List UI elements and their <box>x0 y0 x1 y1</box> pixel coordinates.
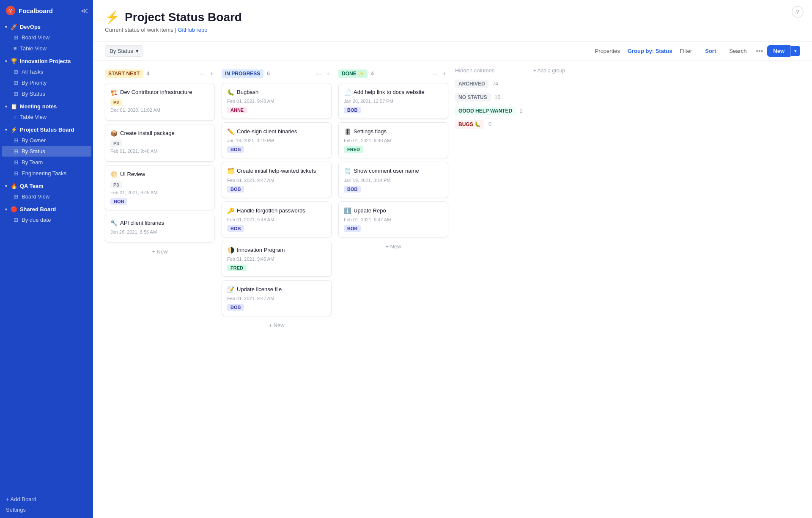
sidebar-group-header-devops[interactable]: ▼🚀DevOps <box>0 21 93 32</box>
column-more-button[interactable]: ··· <box>431 69 440 78</box>
column-add-button[interactable]: + <box>208 69 215 78</box>
card-c5[interactable]: 🐛 Bugbash Feb 01, 2021, 9:48 AMANNE <box>222 83 332 119</box>
column-more-button[interactable]: ··· <box>198 69 206 78</box>
sidebar-item-by-priority[interactable]: ⊞By Priority <box>2 77 91 88</box>
sidebar-item-table-view-meeting[interactable]: ≡Table View <box>2 112 91 122</box>
card-c3[interactable]: 🌕 UI Review P3Feb 01, 2021, 9:45 AMBOB <box>105 165 215 210</box>
card-title-row: 🌕 UI Review <box>110 171 209 178</box>
help-icon[interactable]: ? <box>792 6 804 18</box>
new-button[interactable]: New <box>767 45 790 57</box>
card-c13[interactable]: 🗒️ Show comment user name Jan 19, 2021, … <box>338 162 448 198</box>
sidebar-item-table-view-devops[interactable]: ≡Table View <box>2 43 91 54</box>
sort-button[interactable]: Sort <box>700 45 721 57</box>
sidebar-group-header-project-status[interactable]: ▼⚡Project Status Board <box>0 124 93 135</box>
settings-button[interactable]: Settings <box>0 504 93 515</box>
card-assignee: BOB <box>344 225 361 232</box>
sidebar-group-innovation: ▼🏆Innovation Projects⊞All Tasks⊞By Prior… <box>0 55 93 99</box>
card-title-row: ℹ️ Update Repo <box>344 207 443 215</box>
sidebar-item-by-owner[interactable]: ⊞By Owner <box>2 135 91 146</box>
card-c1[interactable]: 🏗️ Dev Contributor infrastructure P2Dec … <box>105 83 215 121</box>
card-title: Create install package <box>120 130 175 137</box>
view-selector[interactable]: By Status ▾ <box>105 45 143 57</box>
card-c7[interactable]: 🗂️ Create initial help-wanted tickets Fe… <box>222 162 332 198</box>
card-c9[interactable]: 🌗 Innovation Program Feb 01, 2021, 9:46 … <box>222 241 332 277</box>
card-date: Feb 01, 2021, 9:48 AM <box>227 217 326 222</box>
sidebar-groups: ▼🚀DevOps⊞Board View≡Table View▼🏆Innovati… <box>0 19 93 226</box>
sidebar-item-label: All Tasks <box>22 69 43 75</box>
card-date: Feb 01, 2021, 9:47 AM <box>344 217 443 222</box>
card-assignee: FRED <box>344 146 363 153</box>
card-title: Show comment user name <box>354 167 419 175</box>
card-emoji: 🔧 <box>110 220 118 226</box>
sidebar-header: 🎯 Focalboard ≪ <box>0 0 93 19</box>
card-date: Jan 26, 2021, 8:56 AM <box>110 229 209 234</box>
add-new-button-in-progress[interactable]: + New <box>222 320 332 331</box>
card-emoji: 🗒️ <box>344 168 351 174</box>
group-label: Project Status Board <box>20 127 74 133</box>
card-title: Dev Contributor infrastructure <box>120 88 192 96</box>
sidebar-item-by-status-project[interactable]: ⊞By Status <box>2 146 91 157</box>
sidebar-group-header-innovation[interactable]: ▼🏆Innovation Projects <box>0 55 93 66</box>
add-new-button-done[interactable]: + New <box>338 241 448 252</box>
sidebar-item-by-status-innovation[interactable]: ⊞By Status <box>2 88 91 99</box>
sidebar-group-header-shared-board[interactable]: ▼🔴Shared Board <box>0 204 93 214</box>
hidden-col-count: 74 <box>493 81 498 87</box>
sidebar-item-engineering-tasks[interactable]: ⊞Engineering Tasks <box>2 168 91 179</box>
card-emoji: 🎚️ <box>344 128 351 135</box>
card-c2[interactable]: 📦 Create install package P3Feb 01, 2021,… <box>105 124 215 162</box>
add-new-button-start-next[interactable]: + New <box>105 246 215 257</box>
sidebar-item-by-due-date[interactable]: ⊞By due date <box>2 215 91 225</box>
add-group-button[interactable]: + Add a group <box>533 68 565 74</box>
card-c14[interactable]: ℹ️ Update Repo Feb 01, 2021, 9:47 AMBOB <box>338 201 448 237</box>
card-title-row: 📝 Update license file <box>227 286 326 293</box>
sidebar-item-label: By Team <box>22 159 43 165</box>
sidebar-item-board-view-qa[interactable]: ⊞Board View <box>2 191 91 202</box>
column-more-button[interactable]: ··· <box>314 69 323 78</box>
card-c4[interactable]: 🔧 API client libraries Jan 26, 2021, 8:5… <box>105 214 215 242</box>
card-title-row: 🗂️ Create initial help-wanted tickets <box>227 167 326 175</box>
board-column-done: DONE ✨ 4 ··· + 📄 Add help link to docs w… <box>338 67 448 252</box>
new-button-group: New ▾ <box>767 45 800 57</box>
sidebar-collapse-button[interactable]: ≪ <box>81 7 88 15</box>
sidebar-item-board-view-devops[interactable]: ⊞Board View <box>2 32 91 43</box>
subtitle-text: Current status of work items | <box>105 27 178 33</box>
sidebar-group-header-meeting[interactable]: ▼📋Meeting notes <box>0 101 93 111</box>
card-c6[interactable]: ✏️ Code-sign client binaries Jan 18, 202… <box>222 122 332 158</box>
sidebar-item-by-team[interactable]: ⊞By Team <box>2 157 91 168</box>
new-dropdown-button[interactable]: ▾ <box>790 46 800 56</box>
github-repo-link[interactable]: GitHub repo <box>178 27 207 33</box>
item-icon: ⊞ <box>14 217 18 223</box>
card-title-row: 🏗️ Dev Contributor infrastructure <box>110 88 209 96</box>
add-board-button[interactable]: + Add Board <box>0 493 93 504</box>
card-c12[interactable]: 🎚️ Settings flags Feb 01, 2021, 9:48 AMF… <box>338 122 448 158</box>
group-emoji: 🔴 <box>11 206 17 212</box>
card-title-row: ✏️ Code-sign client binaries <box>227 128 326 135</box>
sidebar-item-label: Board View <box>22 193 49 200</box>
sidebar-item-label: By Owner <box>22 137 46 143</box>
properties-button[interactable]: Properties <box>590 46 625 56</box>
card-date: Jan 19, 2021, 3:14 PM <box>344 178 443 183</box>
more-options-button[interactable]: ••• <box>754 46 765 57</box>
column-add-button[interactable]: + <box>441 69 448 78</box>
hidden-col-label: ARCHIVED <box>455 80 488 88</box>
card-c8[interactable]: 🔑 Handle forgotten passwords Feb 01, 202… <box>222 201 332 237</box>
group-label: Meeting notes <box>20 103 57 110</box>
item-icon: ≡ <box>14 45 17 52</box>
card-title: Create initial help-wanted tickets <box>237 167 316 175</box>
sidebar-item-label: Table View <box>20 114 47 120</box>
card-date: Jan 18, 2021, 3:19 PM <box>227 138 326 143</box>
column-add-button[interactable]: + <box>324 69 332 78</box>
card-emoji: ✏️ <box>227 128 234 135</box>
card-date: Feb 01, 2021, 9:48 AM <box>227 99 326 104</box>
card-title-row: 🔑 Handle forgotten passwords <box>227 207 326 215</box>
search-button[interactable]: Search <box>724 46 752 56</box>
filter-button[interactable]: Filter <box>675 46 697 56</box>
sidebar-group-header-qa-team[interactable]: ▼🔥QA Team <box>0 180 93 191</box>
card-c10[interactable]: 📝 Update license file Feb 01, 2021, 9:47… <box>222 280 332 316</box>
hidden-col-item-archived: ARCHIVED 74 <box>455 78 565 90</box>
item-icon: ⊞ <box>14 193 18 200</box>
toolbar: By Status ▾ Properties Group by: Status … <box>93 42 812 61</box>
group-emoji: 🏆 <box>11 58 17 64</box>
card-c11[interactable]: 📄 Add help link to docs website Jan 26, … <box>338 83 448 119</box>
sidebar-item-all-tasks[interactable]: ⊞All Tasks <box>2 66 91 77</box>
